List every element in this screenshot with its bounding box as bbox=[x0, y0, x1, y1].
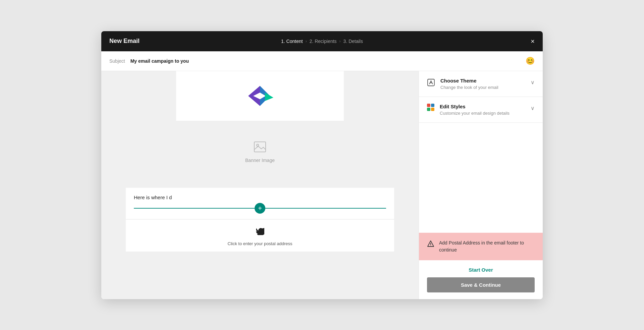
banner-label: Banner Image bbox=[245, 158, 275, 163]
add-content-button[interactable]: + bbox=[255, 203, 265, 214]
editor-toolbar-line: + bbox=[134, 203, 386, 214]
step-content[interactable]: 1. Content bbox=[281, 39, 303, 44]
edit-styles-desc: Customize your email design details bbox=[440, 111, 525, 116]
text-editor-block[interactable]: Here is where I d + bbox=[126, 188, 394, 219]
close-button[interactable]: × bbox=[531, 38, 535, 45]
email-body-input[interactable]: Here is where I d bbox=[134, 195, 386, 200]
new-email-modal: New Email 1. Content › 2. Recipients › 3… bbox=[101, 31, 543, 299]
svg-point-8 bbox=[430, 245, 431, 246]
edit-styles-option[interactable]: Edit Styles Customize your email design … bbox=[419, 97, 543, 123]
emoji-button[interactable]: 😊 bbox=[526, 57, 535, 65]
choose-theme-option[interactable]: Choose Theme Change the look of your ema… bbox=[419, 71, 543, 97]
subject-bar: Subject My email campaign to you 😊 bbox=[101, 51, 543, 71]
editor-underline-right bbox=[265, 208, 386, 209]
steps-nav: 1. Content › 2. Recipients › 3. Details bbox=[281, 39, 363, 44]
modal-body: Banner Image Here is where I d + Clic bbox=[101, 71, 543, 299]
choose-theme-desc: Change the look of your email bbox=[440, 85, 525, 90]
footer-social-block: Click to enter your postal address bbox=[126, 220, 394, 252]
editor-underline bbox=[134, 208, 255, 209]
edit-styles-text: Edit Styles Customize your email design … bbox=[440, 104, 525, 116]
subject-value[interactable]: My email campaign to you bbox=[130, 58, 526, 64]
sidebar-actions: Start Over Save & Continue bbox=[419, 260, 543, 299]
image-placeholder-icon bbox=[254, 142, 266, 155]
edit-styles-icon bbox=[427, 104, 434, 111]
svg-marker-0 bbox=[248, 86, 260, 106]
step-recipients[interactable]: 2. Recipients bbox=[310, 39, 337, 44]
start-over-button[interactable]: Start Over bbox=[469, 267, 493, 273]
svg-marker-2 bbox=[265, 93, 273, 101]
postal-address-link[interactable]: Click to enter your postal address bbox=[228, 241, 292, 246]
alert-text: Add Postal Address in the email footer t… bbox=[439, 239, 535, 254]
chevron-2: › bbox=[339, 39, 341, 44]
step-details[interactable]: 3. Details bbox=[343, 39, 363, 44]
choose-theme-chevron: ∨ bbox=[531, 79, 535, 86]
postal-address-alert: Add Postal Address in the email footer t… bbox=[419, 233, 543, 260]
brand-logo bbox=[245, 82, 275, 109]
email-content-area: Banner Image Here is where I d + Clic bbox=[101, 71, 419, 299]
edit-styles-title: Edit Styles bbox=[440, 104, 525, 109]
theme-icon bbox=[427, 78, 435, 89]
subject-label: Subject bbox=[109, 58, 125, 64]
chevron-1: › bbox=[306, 39, 307, 44]
save-continue-button[interactable]: Save & Continue bbox=[427, 277, 535, 292]
modal-header: New Email 1. Content › 2. Recipients › 3… bbox=[101, 31, 543, 51]
choose-theme-text: Choose Theme Change the look of your ema… bbox=[440, 78, 525, 90]
right-sidebar: Choose Theme Change the look of your ema… bbox=[419, 71, 543, 299]
modal-title: New Email bbox=[109, 38, 140, 45]
svg-rect-3 bbox=[254, 142, 266, 152]
choose-theme-title: Choose Theme bbox=[440, 78, 525, 84]
edit-styles-chevron: ∨ bbox=[531, 105, 535, 111]
logo-block bbox=[176, 71, 344, 121]
banner-image-block[interactable]: Banner Image bbox=[176, 122, 344, 182]
warning-icon bbox=[427, 240, 434, 249]
sidebar-spacer bbox=[419, 123, 543, 233]
twitter-icon bbox=[256, 228, 264, 237]
